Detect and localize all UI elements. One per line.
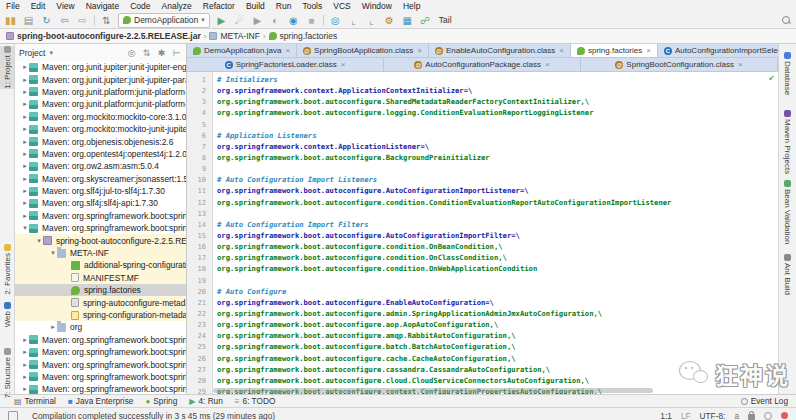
editor-tab-spring-factories[interactable]: spring.factories× [571,44,658,57]
editor-tab-autoconfigurationimportselector-class[interactable]: CAutoConfigurationImportSelector.class× [658,44,778,57]
locate-file-icon[interactable]: ◎ [126,48,137,58]
tree-item-org[interactable]: ▸org [15,321,186,333]
tree-item-maven-org-junit-jupiter-junit-jupiter-pa[interactable]: ▸Maven: org.junit.jupiter:junit-jupiter-… [15,73,186,85]
readonly-lock-icon[interactable] [748,414,755,420]
tool-window-button-2-favorites[interactable]: 2: Favorites [0,244,14,295]
coverage-icon[interactable]: ◎ [329,14,342,27]
tool-window-button-bean-validation[interactable]: Bean Validation [779,180,796,244]
tree-item-maven-org-junit-platform-junit-platform-[interactable]: ▸Maven: org.junit.platform:junit-platfor… [15,86,186,98]
tree-item-additional-spring-configuratio[interactable]: additional-spring-configuratio [15,259,186,271]
tool-window-button-ant-build[interactable]: Ant Build [779,254,796,295]
menu-refactor[interactable]: Refactor [203,1,235,11]
tool-window-button-terminal[interactable]: ▤Terminal [14,396,56,406]
tree-item-maven-org-springframework-boot-spring[interactable]: ▸Maven: org.springframework.boot:spring [15,358,186,370]
tool-window-button-database[interactable]: Database [779,52,796,95]
menu-navigate[interactable]: Navigate [86,1,120,11]
save-icon[interactable]: ▤ [22,14,35,27]
tree-chevron-icon[interactable]: ▸ [49,323,57,331]
close-icon[interactable]: × [738,60,743,69]
tree-chevron-icon[interactable]: ▸ [21,336,29,344]
close-icon[interactable]: × [417,46,422,55]
tree-chevron-icon[interactable]: ▸ [21,385,29,393]
run-button[interactable]: ▶ [215,14,228,27]
tree-chevron-icon[interactable]: ▸ [21,125,29,133]
close-icon[interactable]: × [646,46,651,55]
tree-chevron-icon[interactable]: ▸ [21,187,29,195]
tool-window-button-7-structure[interactable]: 7: Structure [0,348,14,398]
breadcrumb-item[interactable]: spring.factories [269,31,338,41]
menu-view[interactable]: View [56,1,74,11]
line-number[interactable]: 4 [187,108,213,119]
tree-chevron-icon[interactable]: ▸ [21,63,29,71]
search-everywhere-icon[interactable] [781,15,792,26]
tree-item-maven-org-springframework-boot-spring[interactable]: ▸Maven: org.springframework.boot:spring [15,210,186,222]
event-log-button[interactable]: Event Log [741,396,788,406]
tree-item-maven-org-mockito-mockito-core-3-1-0[interactable]: ▸Maven: org.mockito:mockito-core:3.1.0 [15,111,186,123]
tree-chevron-icon[interactable]: ▸ [21,162,29,170]
debug-button[interactable]: ☄ [233,14,246,27]
editor-tab-springbootapplication-class[interactable]: @SpringBootApplication.class× [297,44,429,57]
inspections-icon[interactable] [764,412,772,420]
tree-item-maven-org-opentest4j-opentest4j-1-2-0[interactable]: ▸Maven: org.opentest4j:opentest4j:1.2.0 [15,148,186,160]
menu-tools[interactable]: Tools [302,1,322,11]
breadcrumb-item[interactable]: spring-boot-autoconfigure-2.2.5.RELEASE.… [6,31,201,41]
open-folder-icon[interactable]: ▮▮ [4,14,17,27]
run-coverage-button[interactable]: ▶ [251,14,264,27]
tree-item-maven-org-springframework-boot-spring[interactable]: ▾Maven: org.springframework.boot:spring [15,222,186,234]
file-encoding[interactable]: UTF-8: [700,411,726,420]
build-artifact-icon[interactable]: ⌞ [347,14,360,27]
stop-button[interactable]: ■ [305,14,318,27]
tool-window-button-maven-projects[interactable]: Maven Projects [779,110,796,174]
status-toggle-icon[interactable] [8,411,18,420]
tree-item-spring-autoconfigure-metadat[interactable]: spring-autoconfigure-metadat [15,296,186,308]
tree-item-maven-org-springframework-boot-spring[interactable]: ▸Maven: org.springframework.boot:spring [15,383,186,394]
tree-item-spring-factories[interactable]: spring.factories [15,284,186,296]
editor-tab-springbootconfiguration-class[interactable]: @SpringBootConfiguration.class× [581,58,778,71]
tree-chevron-icon[interactable]: ▸ [21,175,29,183]
tree-item-maven-org-junit-jupiter-junit-jupiter-en[interactable]: ▸Maven: org.junit.jupiter:junit-jupiter-… [15,61,186,73]
forward-icon[interactable]: ⇨ [76,14,89,27]
tree-chevron-icon[interactable]: ▸ [21,361,29,369]
hide-panel-icon[interactable]: ⊢ [171,48,182,58]
tree-item-spring-configuration-metadata[interactable]: spring-configuration-metadata [15,309,186,321]
tree-item-manifest-mf[interactable]: MANIFEST.MF [15,272,186,284]
collapse-all-icon[interactable]: ⇅ [141,48,152,58]
line-number[interactable]: 29 [187,387,213,394]
menu-code[interactable]: Code [130,1,150,11]
tree-chevron-icon[interactable]: ▾ [49,249,57,257]
tree-chevron-icon[interactable]: ▸ [21,212,29,220]
menu-vcs[interactable]: VCS [333,1,350,11]
tree-chevron-icon[interactable]: ▸ [21,138,29,146]
tool-window-button-spring[interactable]: ●Spring [145,396,177,406]
tree-item-maven-org-mockito-mockito-junit-jupite[interactable]: ▸Maven: org.mockito:mockito-junit-jupite [15,123,186,135]
tool-window-button-web[interactable]: Web [0,302,14,327]
editor-tab-autoconfigurationpackage-class[interactable]: @AutoConfigurationPackage.class× [384,58,581,71]
close-icon[interactable]: × [559,46,564,55]
menu-window[interactable]: Window [362,1,392,11]
tool-window-button-java-enterprise[interactable]: ■Java Enterprise [68,396,134,406]
line-separator[interactable]: LF [681,411,691,420]
tree-item-maven-org-ow2-asm-asm-5-0-4[interactable]: ▸Maven: org.ow2.asm:asm:5.0.4 [15,160,186,172]
tree-item-maven-org-objenesis-objenesis-2-6[interactable]: ▸Maven: org.objenesis:objenesis:2.6 [15,135,186,147]
attach-process-button[interactable]: ◉ [287,14,300,27]
editor[interactable]: 1# Initializers2org.springframework.cont… [187,72,778,394]
menu-build[interactable]: Build [246,1,265,11]
profiler-button[interactable]: ◐ [269,14,282,27]
breadcrumb-item[interactable]: META-INF [209,31,260,41]
close-icon[interactable]: × [545,60,550,69]
project-panel-title[interactable]: Project [19,48,45,58]
tree-chevron-icon[interactable]: ▸ [21,199,29,207]
tree-chevron-icon[interactable]: ▸ [21,348,29,356]
menu-file[interactable]: File [6,1,20,11]
tool-window-button-4-run[interactable]: ▶4: Run [189,396,223,406]
tree-item-maven-org-springframework-boot-spring[interactable]: ▸Maven: org.springframework.boot:spring [15,371,186,383]
menu-run[interactable]: Run [276,1,292,11]
line-number[interactable]: 25 [187,342,213,353]
tool-window-button-1-project[interactable]: 1: Project [0,46,14,89]
menu-edit[interactable]: Edit [31,1,46,11]
tree-chevron-icon[interactable]: ▸ [21,100,29,108]
build-artifact-icon-2[interactable]: ⌞ [365,14,378,27]
close-icon[interactable]: × [341,60,346,69]
line-number[interactable]: 11 [187,186,213,197]
back-icon[interactable]: ⇦ [58,14,71,27]
